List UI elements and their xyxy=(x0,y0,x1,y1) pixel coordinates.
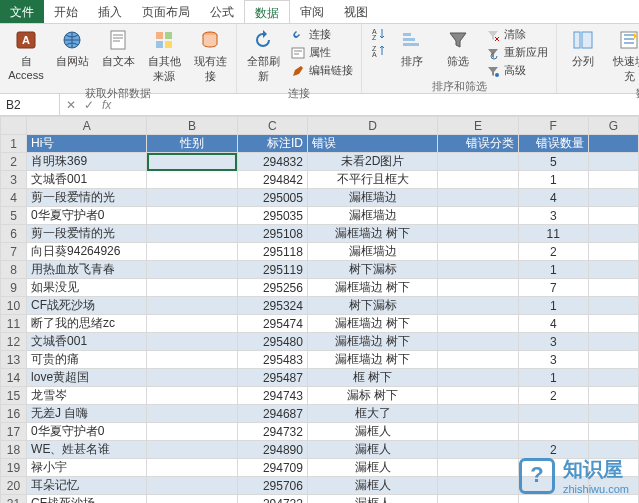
tab-data[interactable]: 数据 xyxy=(244,0,290,23)
cell[interactable]: 漏框墙边 树下 xyxy=(307,315,437,333)
advanced-button[interactable]: 高级 xyxy=(482,62,552,79)
col-B[interactable]: B xyxy=(147,117,237,135)
cell[interactable]: 向日葵94264926 xyxy=(27,243,147,261)
sort-asc-button[interactable]: AZ xyxy=(366,26,388,42)
cell[interactable] xyxy=(588,171,638,189)
hdr-cat[interactable]: 错误分类 xyxy=(438,135,518,153)
cell[interactable] xyxy=(588,225,638,243)
cell[interactable]: 剪一段爱情的光 xyxy=(27,189,147,207)
cell[interactable] xyxy=(588,387,638,405)
reapply-button[interactable]: 重新应用 xyxy=(482,44,552,61)
cell[interactable]: 漏框墙边 xyxy=(307,243,437,261)
cell[interactable]: 2 xyxy=(518,441,588,459)
cell[interactable] xyxy=(588,297,638,315)
cell[interactable]: love黄超国 xyxy=(27,369,147,387)
cell[interactable]: 11 xyxy=(518,225,588,243)
col-E[interactable]: E xyxy=(438,117,518,135)
cell[interactable]: 3 xyxy=(518,351,588,369)
cell[interactable] xyxy=(438,171,518,189)
cell[interactable] xyxy=(588,243,638,261)
cell[interactable] xyxy=(438,297,518,315)
cell[interactable] xyxy=(147,369,237,387)
cell[interactable]: 294842 xyxy=(237,171,307,189)
cell[interactable]: 用热血放飞青春 xyxy=(27,261,147,279)
cell[interactable] xyxy=(588,279,638,297)
cell[interactable] xyxy=(438,369,518,387)
row-header[interactable]: 20 xyxy=(1,477,27,495)
col-F[interactable]: F xyxy=(518,117,588,135)
row-header[interactable]: 15 xyxy=(1,387,27,405)
cell[interactable]: 295474 xyxy=(237,315,307,333)
cell[interactable] xyxy=(588,207,638,225)
cell[interactable]: 294687 xyxy=(237,405,307,423)
row-header[interactable]: 19 xyxy=(1,459,27,477)
cell[interactable]: 4 xyxy=(518,315,588,333)
cell[interactable] xyxy=(147,405,237,423)
cell[interactable]: 295706 xyxy=(237,477,307,495)
row-header[interactable]: 4 xyxy=(1,189,27,207)
tab-view[interactable]: 视图 xyxy=(334,0,378,23)
cell[interactable]: 框大了 xyxy=(307,405,437,423)
properties-button[interactable]: 属性 xyxy=(287,44,357,61)
connections-button[interactable]: 连接 xyxy=(287,26,357,43)
row-header[interactable]: 5 xyxy=(1,207,27,225)
cell[interactable]: 漏框人 xyxy=(307,477,437,495)
cell[interactable] xyxy=(438,261,518,279)
cell[interactable]: 295118 xyxy=(237,243,307,261)
cell[interactable]: 3 xyxy=(518,333,588,351)
cell[interactable]: 1 xyxy=(518,171,588,189)
refresh-all-button[interactable]: 全部刷新 xyxy=(241,26,285,86)
cell[interactable] xyxy=(438,423,518,441)
cell[interactable]: 剪一段爱情的光 xyxy=(27,225,147,243)
cell[interactable]: 漏框人 xyxy=(307,495,437,504)
hdr-g[interactable] xyxy=(588,135,638,153)
formula-bar[interactable]: ✕ ✓ fx xyxy=(60,94,117,115)
row-1-header[interactable]: 1 xyxy=(1,135,27,153)
cell[interactable] xyxy=(147,423,237,441)
cell[interactable]: 漏框人 xyxy=(307,459,437,477)
cell[interactable] xyxy=(518,477,588,495)
row-header[interactable]: 16 xyxy=(1,405,27,423)
cell[interactable] xyxy=(438,207,518,225)
cell[interactable]: 1 xyxy=(518,261,588,279)
row-header[interactable]: 10 xyxy=(1,297,27,315)
cell[interactable] xyxy=(588,351,638,369)
cell[interactable] xyxy=(438,351,518,369)
cell[interactable]: 断了我的思绪zc xyxy=(27,315,147,333)
cell[interactable]: 无差J 自嗨 xyxy=(27,405,147,423)
cell[interactable] xyxy=(588,153,638,171)
cell[interactable] xyxy=(147,495,237,504)
sort-desc-button[interactable]: ZA xyxy=(366,43,388,59)
cell[interactable]: WE、姓甚名谁 xyxy=(27,441,147,459)
cell[interactable]: 漏框人 xyxy=(307,423,437,441)
row-header[interactable]: 11 xyxy=(1,315,27,333)
confirm-icon[interactable]: ✓ xyxy=(84,98,94,112)
cell[interactable] xyxy=(588,369,638,387)
cell[interactable]: 漏框墙边 树下 xyxy=(307,279,437,297)
tab-insert[interactable]: 插入 xyxy=(88,0,132,23)
cell[interactable] xyxy=(438,441,518,459)
from-text-button[interactable]: 自文本 xyxy=(96,26,140,71)
flash-fill-button[interactable]: 快速填充 xyxy=(607,26,639,86)
cell[interactable]: 漏框人 xyxy=(307,441,437,459)
cell[interactable]: 漏框墙边 树下 xyxy=(307,225,437,243)
cell[interactable]: 295480 xyxy=(237,333,307,351)
cell[interactable]: 0华夏守护者0 xyxy=(27,207,147,225)
hdr-id[interactable]: 标注ID xyxy=(237,135,307,153)
cell[interactable] xyxy=(518,405,588,423)
filter-button[interactable]: 筛选 xyxy=(436,26,480,71)
row-header[interactable]: 9 xyxy=(1,279,27,297)
cell[interactable] xyxy=(438,387,518,405)
cell[interactable] xyxy=(147,171,237,189)
cell[interactable] xyxy=(147,333,237,351)
cell[interactable] xyxy=(147,225,237,243)
hdr-gender[interactable]: 性别 xyxy=(147,135,237,153)
cell[interactable]: 3 xyxy=(518,207,588,225)
cell[interactable] xyxy=(438,315,518,333)
tab-file[interactable]: 文件 xyxy=(0,0,44,23)
row-header[interactable]: 3 xyxy=(1,171,27,189)
row-header[interactable]: 2 xyxy=(1,153,27,171)
col-G[interactable]: G xyxy=(588,117,638,135)
cell[interactable] xyxy=(147,207,237,225)
cell[interactable] xyxy=(147,153,237,171)
